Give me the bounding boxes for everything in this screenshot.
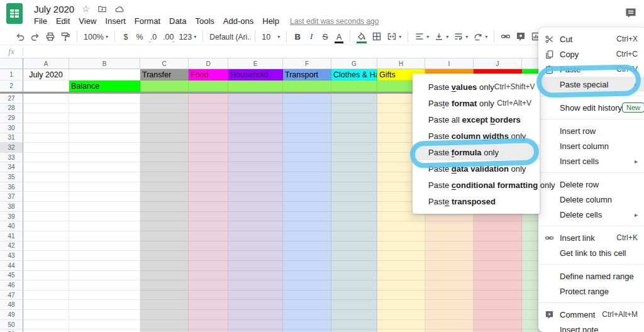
cell[interactable] — [228, 320, 283, 330]
menu-item-delete-cells[interactable]: Delete cells▸ — [538, 207, 644, 222]
cell[interactable] — [425, 241, 474, 252]
cell[interactable] — [283, 80, 331, 92]
cell[interactable] — [23, 182, 69, 192]
cell[interactable] — [331, 320, 377, 330]
cell[interactable] — [283, 192, 331, 202]
menu-item-protect-range[interactable]: Protect range — [538, 284, 644, 299]
cell[interactable] — [331, 182, 377, 192]
menu-item-copy[interactable]: CopyCtrl+C — [538, 47, 644, 62]
menubar-item-edit[interactable]: Edit — [52, 15, 74, 27]
cell[interactable] — [69, 143, 140, 153]
cell[interactable] — [377, 300, 425, 310]
cell[interactable] — [189, 202, 228, 212]
cell[interactable] — [283, 310, 331, 320]
cell[interactable] — [140, 300, 189, 310]
paint-format-button[interactable] — [58, 29, 73, 44]
cell[interactable] — [377, 251, 425, 261]
cell[interactable] — [23, 143, 69, 153]
cell[interactable] — [189, 192, 228, 202]
cell[interactable] — [228, 153, 283, 163]
cell[interactable]: Clothes & Hair — [331, 69, 377, 80]
cell[interactable] — [425, 329, 474, 332]
row-header-43[interactable]: 43 — [0, 251, 23, 261]
row-header-39[interactable]: 39 — [0, 212, 23, 222]
cell[interactable] — [474, 329, 522, 332]
menu-item-paste-format-only[interactable]: Paste format onlyCtrl+Alt+V — [413, 95, 540, 111]
cell[interactable] — [228, 172, 283, 182]
cell[interactable] — [228, 192, 283, 202]
cell[interactable] — [23, 290, 69, 301]
row-header-45[interactable]: 45 — [0, 271, 23, 281]
vertical-align-button[interactable]: ▾ — [431, 29, 451, 44]
menubar-item-view[interactable]: View — [74, 15, 101, 27]
cell[interactable] — [474, 271, 522, 281]
cell[interactable] — [474, 310, 522, 320]
cell[interactable] — [283, 280, 331, 290]
zoom-select[interactable]: 100%▾ — [81, 29, 111, 44]
menu-item-paste-values-only[interactable]: Paste values onlyCtrl+Shift+V — [413, 79, 540, 95]
bold-button[interactable]: B — [291, 29, 304, 44]
cell[interactable] — [69, 104, 140, 114]
cell[interactable] — [23, 113, 69, 123]
cell[interactable] — [140, 271, 189, 281]
cell[interactable] — [283, 212, 331, 222]
select-all-corner[interactable] — [0, 58, 23, 69]
menu-item-insert-link[interactable]: Insert linkCtrl+K — [538, 230, 644, 245]
cell[interactable] — [23, 94, 69, 104]
cell[interactable] — [189, 162, 228, 172]
number-format-button[interactable]: 123▾ — [176, 29, 199, 44]
cell[interactable]: Household — [228, 69, 283, 80]
cell[interactable] — [23, 172, 69, 182]
cell[interactable] — [23, 231, 69, 241]
cell[interactable] — [377, 271, 425, 281]
cell[interactable] — [331, 271, 377, 281]
merge-cells-button[interactable]: ▾ — [384, 29, 404, 44]
row-header-46[interactable]: 46 — [0, 280, 23, 290]
cell[interactable] — [23, 202, 69, 212]
cell[interactable] — [140, 153, 189, 163]
cell[interactable] — [189, 261, 228, 271]
cell[interactable] — [283, 162, 331, 172]
cell[interactable] — [283, 113, 331, 123]
cell[interactable] — [140, 182, 189, 192]
menu-item-comment[interactable]: CommentCtrl+Alt+M — [538, 307, 644, 322]
cell[interactable] — [474, 300, 522, 310]
cell[interactable] — [228, 241, 283, 252]
cell[interactable] — [140, 320, 189, 330]
cell[interactable] — [228, 80, 283, 92]
cell[interactable] — [69, 113, 140, 123]
cell[interactable] — [283, 271, 331, 281]
column-header-G[interactable]: G — [331, 58, 377, 69]
cell[interactable]: Food — [189, 69, 228, 80]
decrease-decimals-button[interactable]: .0← — [147, 29, 160, 44]
cell[interactable] — [425, 261, 474, 271]
text-wrap-button[interactable]: ▾ — [451, 29, 470, 44]
cell[interactable] — [23, 80, 69, 92]
cell[interactable] — [425, 290, 474, 301]
cell[interactable] — [283, 261, 331, 271]
menu-item-get-link-to-cell[interactable]: Get link to this cell — [538, 245, 644, 260]
cell[interactable] — [69, 300, 140, 310]
menu-item-paste-conditional-formatting-only[interactable]: Paste conditional formatting only — [413, 177, 540, 193]
cell[interactable] — [140, 251, 189, 261]
cell[interactable] — [69, 133, 140, 143]
cell[interactable] — [140, 212, 189, 222]
cell[interactable] — [69, 94, 140, 104]
cell[interactable]: Balance — [69, 80, 140, 92]
cell[interactable] — [331, 192, 377, 202]
insert-link-button[interactable] — [498, 29, 513, 44]
cell[interactable] — [474, 231, 522, 241]
cell[interactable] — [474, 221, 522, 231]
format-percent-button[interactable]: % — [133, 29, 147, 44]
cell[interactable] — [140, 280, 189, 290]
cell[interactable]: Transfer — [140, 69, 189, 80]
menubar-item-data[interactable]: Data — [165, 15, 191, 27]
cell[interactable] — [23, 133, 69, 143]
cell[interactable] — [425, 310, 474, 320]
row-header-33[interactable]: 33 — [0, 153, 23, 163]
column-header-J[interactable]: J — [474, 58, 522, 69]
cell[interactable] — [23, 192, 69, 202]
cell[interactable] — [189, 94, 228, 104]
cell[interactable] — [189, 123, 228, 133]
cell[interactable] — [228, 310, 283, 320]
